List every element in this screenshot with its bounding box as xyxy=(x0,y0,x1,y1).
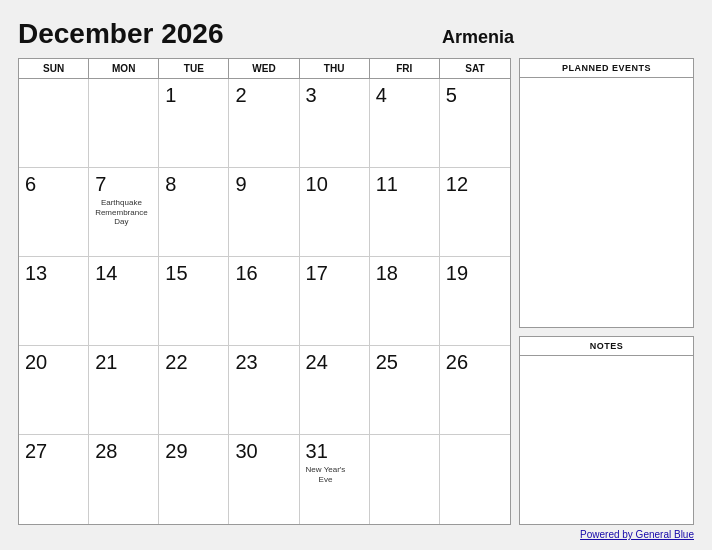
date-number: 14 xyxy=(95,261,117,285)
cal-cell-21: 21 xyxy=(89,346,159,435)
cal-cell-empty xyxy=(89,79,159,168)
cal-cell-9: 9 xyxy=(229,168,299,257)
day-header-wed: WED xyxy=(229,59,299,78)
date-number: 18 xyxy=(376,261,398,285)
planned-events-box: PLANNED EVENTS xyxy=(519,58,694,328)
date-number: 7 xyxy=(95,172,106,196)
notes-title: NOTES xyxy=(520,337,693,356)
cal-cell-4: 4 xyxy=(370,79,440,168)
cal-cell-empty xyxy=(440,435,510,524)
cal-cell-14: 14 xyxy=(89,257,159,346)
cal-cell-3: 3 xyxy=(300,79,370,168)
cal-cell-17: 17 xyxy=(300,257,370,346)
date-number: 11 xyxy=(376,172,398,196)
cal-cell-27: 27 xyxy=(19,435,89,524)
cal-cell-19: 19 xyxy=(440,257,510,346)
date-number: 27 xyxy=(25,439,47,463)
day-header-sat: SAT xyxy=(440,59,510,78)
cal-cell-23: 23 xyxy=(229,346,299,435)
date-number: 17 xyxy=(306,261,328,285)
cal-cell-22: 22 xyxy=(159,346,229,435)
cal-cell-empty xyxy=(19,79,89,168)
date-number: 29 xyxy=(165,439,187,463)
calendar-section: SUN MON TUE WED THU FRI SAT 1 2 3 xyxy=(18,58,511,525)
footer: Powered by General Blue xyxy=(18,529,694,540)
cal-cell-empty xyxy=(370,435,440,524)
date-number: 28 xyxy=(95,439,117,463)
date-number: 10 xyxy=(306,172,328,196)
day-header-tue: TUE xyxy=(159,59,229,78)
date-number: 6 xyxy=(25,172,36,196)
cal-cell-20: 20 xyxy=(19,346,89,435)
planned-events-content xyxy=(520,78,693,327)
date-number: 8 xyxy=(165,172,176,196)
date-number: 30 xyxy=(235,439,257,463)
date-number: 20 xyxy=(25,350,47,374)
notes-box: NOTES xyxy=(519,336,694,525)
day-headers: SUN MON TUE WED THU FRI SAT xyxy=(19,59,510,79)
day-header-mon: MON xyxy=(89,59,159,78)
cal-cell-1: 1 xyxy=(159,79,229,168)
date-number: 4 xyxy=(376,83,387,107)
page: December 2026 Armenia SUN MON TUE WED TH… xyxy=(0,0,712,550)
cal-cell-10: 10 xyxy=(300,168,370,257)
date-number: 24 xyxy=(306,350,328,374)
cal-cell-6: 6 xyxy=(19,168,89,257)
cal-cell-24: 24 xyxy=(300,346,370,435)
date-number: 23 xyxy=(235,350,257,374)
date-number: 25 xyxy=(376,350,398,374)
cal-cell-28: 28 xyxy=(89,435,159,524)
date-number: 1 xyxy=(165,83,176,107)
cal-cell-11: 11 xyxy=(370,168,440,257)
cal-cell-2: 2 xyxy=(229,79,299,168)
cal-cell-13: 13 xyxy=(19,257,89,346)
date-number: 13 xyxy=(25,261,47,285)
date-number: 22 xyxy=(165,350,187,374)
main-area: SUN MON TUE WED THU FRI SAT 1 2 3 xyxy=(18,58,694,525)
sidebar: PLANNED EVENTS NOTES xyxy=(519,58,694,525)
cal-cell-31: 31 New Year'sEve xyxy=(300,435,370,524)
cal-cell-7: 7 EarthquakeRemembranceDay xyxy=(89,168,159,257)
notes-content xyxy=(520,356,693,524)
date-number: 15 xyxy=(165,261,187,285)
event-label: EarthquakeRemembranceDay xyxy=(95,198,147,227)
date-number: 21 xyxy=(95,350,117,374)
date-number: 26 xyxy=(446,350,468,374)
cal-cell-25: 25 xyxy=(370,346,440,435)
calendar-grid: 1 2 3 4 5 6 7 xyxy=(19,79,510,524)
day-header-thu: THU xyxy=(300,59,370,78)
cal-cell-15: 15 xyxy=(159,257,229,346)
cal-cell-26: 26 xyxy=(440,346,510,435)
date-number: 19 xyxy=(446,261,468,285)
cal-cell-8: 8 xyxy=(159,168,229,257)
day-header-fri: FRI xyxy=(370,59,440,78)
cal-cell-18: 18 xyxy=(370,257,440,346)
date-number: 2 xyxy=(235,83,246,107)
planned-events-title: PLANNED EVENTS xyxy=(520,59,693,78)
date-number: 3 xyxy=(306,83,317,107)
cal-cell-5: 5 xyxy=(440,79,510,168)
cal-cell-16: 16 xyxy=(229,257,299,346)
cal-cell-30: 30 xyxy=(229,435,299,524)
date-number: 31 xyxy=(306,439,328,463)
powered-by-link[interactable]: Powered by General Blue xyxy=(580,529,694,540)
cal-cell-29: 29 xyxy=(159,435,229,524)
cal-cell-12: 12 xyxy=(440,168,510,257)
date-number: 9 xyxy=(235,172,246,196)
country-name: Armenia xyxy=(442,27,514,48)
event-label-new-years-eve: New Year'sEve xyxy=(306,465,346,484)
day-header-sun: SUN xyxy=(19,59,89,78)
date-number: 5 xyxy=(446,83,457,107)
date-number: 16 xyxy=(235,261,257,285)
date-number: 12 xyxy=(446,172,468,196)
header: December 2026 Armenia xyxy=(18,18,694,50)
month-title: December 2026 xyxy=(18,18,223,50)
